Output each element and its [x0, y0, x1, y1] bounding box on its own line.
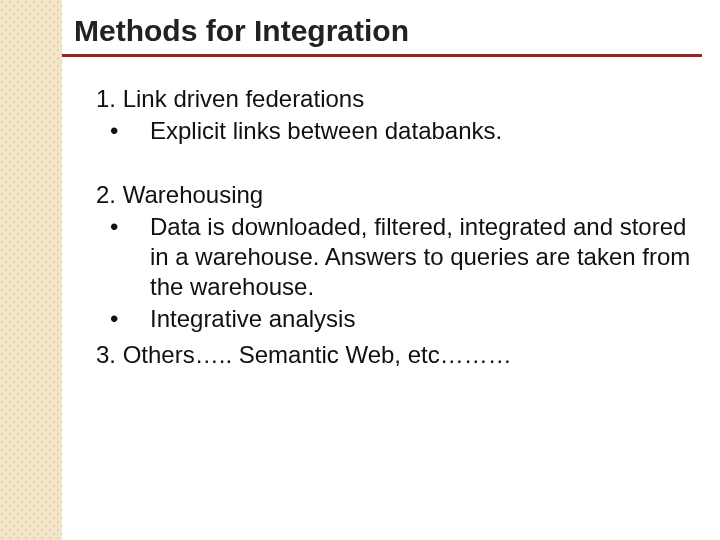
left-decorative-band	[0, 0, 62, 540]
item-2-bullet-1: •Data is downloaded, filtered, integrate…	[130, 212, 710, 302]
spacer	[96, 146, 710, 174]
item-2: 2. Warehousing	[96, 180, 710, 210]
item-1: 1. Link driven federations	[96, 84, 710, 114]
item-2-bullet-1-text: Data is downloaded, filtered, integrated…	[150, 213, 690, 300]
slide-body: 1. Link driven federations •Explicit lin…	[96, 78, 710, 370]
slide: Methods for Integration 1. Link driven f…	[0, 0, 720, 540]
bullet-icon: •	[130, 212, 150, 242]
title-underline	[62, 54, 702, 57]
slide-title: Methods for Integration	[74, 14, 409, 48]
item-2-bullet-2-text: Integrative analysis	[150, 305, 355, 332]
bullet-icon: •	[130, 304, 150, 334]
item-1-bullet-1-text: Explicit links between databanks.	[150, 117, 502, 144]
item-2-bullet-2: •Integrative analysis	[130, 304, 710, 334]
item-3: 3. Others….. Semantic Web, etc………	[96, 340, 710, 370]
item-1-bullet-1: •Explicit links between databanks.	[130, 116, 710, 146]
bullet-icon: •	[130, 116, 150, 146]
